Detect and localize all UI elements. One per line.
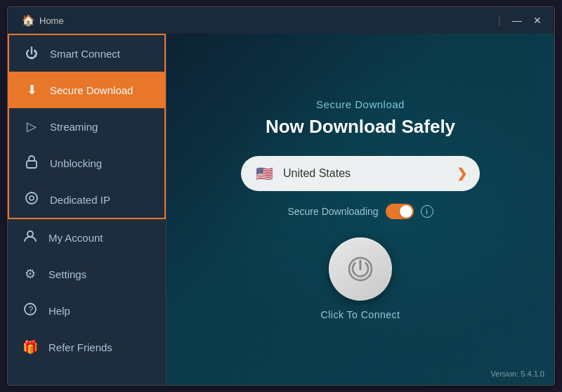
sidebar-label-dedicated-ip: Dedicated IP: [50, 194, 110, 206]
chevron-down-icon: ❯: [457, 166, 467, 181]
connect-label: Click To Connect: [321, 309, 400, 320]
content-area: Secure Download Now Download Safely 🇺🇸 U…: [166, 34, 554, 385]
svg-point-1: [26, 192, 37, 204]
sidebar: ⏻ Smart Connect ⬇ Secure Download ▷ Stre…: [8, 34, 166, 385]
title-bar: 🏠 Home | — ✕: [8, 7, 554, 34]
home-icon: 🏠: [22, 14, 35, 27]
country-name: United States: [283, 167, 448, 180]
sidebar-group: ⏻ Smart Connect ⬇ Secure Download ▷ Stre…: [8, 34, 166, 219]
info-icon[interactable]: i: [421, 205, 433, 218]
power-icon: ⏻: [23, 46, 40, 61]
toggle-label: Secure Downloading: [287, 206, 378, 217]
sidebar-label-smart-connect: Smart Connect: [50, 48, 120, 60]
flag-icon: 🇺🇸: [254, 163, 275, 184]
play-icon: ▷: [23, 119, 40, 134]
account-icon: [22, 229, 39, 247]
content-inner: Secure Download Now Download Safely 🇺🇸 U…: [241, 98, 480, 320]
dedicated-ip-icon: [23, 191, 40, 209]
app-window: 🏠 Home | — ✕ ⏻ Smart Connect ⬇ Secure Do…: [7, 6, 555, 386]
svg-point-3: [27, 231, 33, 237]
close-button[interactable]: ✕: [528, 13, 547, 27]
sidebar-item-settings[interactable]: ⚙ Settings: [8, 256, 166, 292]
sidebar-item-my-account[interactable]: My Account: [8, 219, 166, 256]
country-selector[interactable]: 🇺🇸 United States ❯: [241, 156, 480, 191]
sidebar-item-smart-connect[interactable]: ⏻ Smart Connect: [9, 35, 164, 72]
minimize-button[interactable]: —: [507, 13, 528, 27]
sidebar-label-unblocking: Unblocking: [50, 157, 102, 169]
sidebar-label-help: Help: [48, 305, 70, 317]
power-button-icon: [347, 256, 374, 282]
home-label: Home: [39, 15, 64, 26]
version-text: Version: 5.4.1.0: [491, 370, 544, 378]
sidebar-item-dedicated-ip[interactable]: Dedicated IP: [9, 181, 164, 218]
toggle-knob: [400, 205, 412, 218]
sidebar-item-refer-friends[interactable]: 🎁 Refer Friends: [8, 329, 166, 365]
sidebar-label-settings: Settings: [48, 268, 86, 280]
gift-icon: 🎁: [22, 339, 39, 355]
sidebar-label-refer-friends: Refer Friends: [48, 341, 112, 353]
content-subtitle: Secure Download: [316, 98, 405, 110]
sidebar-label-streaming: Streaming: [50, 121, 98, 133]
sidebar-label-my-account: My Account: [48, 232, 103, 244]
sidebar-item-unblocking[interactable]: Unblocking: [9, 145, 164, 181]
svg-text:?: ?: [29, 304, 34, 314]
sidebar-item-streaming[interactable]: ▷ Streaming: [9, 108, 164, 145]
sidebar-item-help[interactable]: ? Help: [8, 292, 166, 329]
svg-rect-0: [27, 161, 37, 168]
settings-icon: ⚙: [22, 266, 39, 282]
svg-point-2: [30, 196, 34, 200]
secure-downloading-toggle[interactable]: [386, 204, 414, 219]
content-title: Now Download Safely: [266, 116, 455, 138]
lock-icon: [23, 155, 40, 172]
download-icon: ⬇: [23, 82, 40, 98]
connect-button-container: Click To Connect: [321, 237, 400, 320]
toggle-row: Secure Downloading i: [287, 204, 433, 219]
title-bar-divider: |: [498, 14, 501, 27]
home-nav[interactable]: 🏠 Home: [22, 14, 64, 27]
sidebar-item-secure-download[interactable]: ⬇ Secure Download: [9, 72, 164, 108]
main-layout: ⏻ Smart Connect ⬇ Secure Download ▷ Stre…: [8, 34, 554, 385]
help-icon: ?: [22, 302, 39, 320]
connect-button[interactable]: [329, 237, 392, 301]
sidebar-label-secure-download: Secure Download: [50, 84, 133, 96]
